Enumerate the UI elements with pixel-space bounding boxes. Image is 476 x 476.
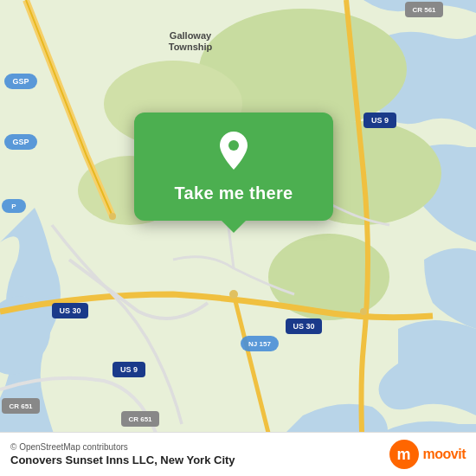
svg-text:US 9: US 9 — [371, 116, 389, 125]
map-container: GSP GSP P US 30 US 30 US 9 US 9 NJ 157 C… — [0, 0, 476, 476]
svg-text:Township: Township — [169, 42, 213, 52]
svg-text:US 30: US 30 — [293, 322, 314, 331]
popup-card: Take me there — [134, 113, 333, 221]
svg-point-30 — [229, 290, 238, 299]
svg-text:CR 651: CR 651 — [9, 402, 33, 410]
svg-text:US 30: US 30 — [59, 306, 80, 315]
bottom-bar: © OpenStreetMap contributors Conovers Su… — [0, 432, 476, 476]
moovit-logo: m moovit — [389, 440, 466, 469]
moovit-brand-text: moovit — [423, 447, 466, 462]
map-background: GSP GSP P US 30 US 30 US 9 US 9 NJ 157 C… — [0, 0, 476, 476]
svg-text:CR 651: CR 651 — [128, 415, 152, 423]
take-me-there-button[interactable]: Take me there — [175, 183, 293, 203]
svg-text:GSP: GSP — [12, 138, 29, 146]
bottom-left-info: © OpenStreetMap contributors Conovers Su… — [10, 442, 235, 466]
place-name: Conovers Sunset Inns LLC, New York City — [10, 453, 235, 466]
svg-text:P: P — [11, 203, 16, 210]
svg-text:GSP: GSP — [12, 77, 29, 86]
moovit-m-letter: m — [397, 447, 411, 462]
svg-text:NJ 157: NJ 157 — [248, 340, 271, 348]
svg-text:US 9: US 9 — [120, 365, 138, 374]
svg-point-32 — [360, 308, 367, 315]
svg-text:Galloway: Galloway — [170, 30, 212, 41]
svg-text:CR 561: CR 561 — [412, 6, 436, 14]
svg-point-31 — [109, 213, 116, 220]
location-pin-icon — [211, 128, 256, 173]
svg-point-33 — [228, 140, 239, 151]
osm-credit: © OpenStreetMap contributors — [10, 442, 235, 452]
moovit-circle-icon: m — [389, 440, 419, 469]
